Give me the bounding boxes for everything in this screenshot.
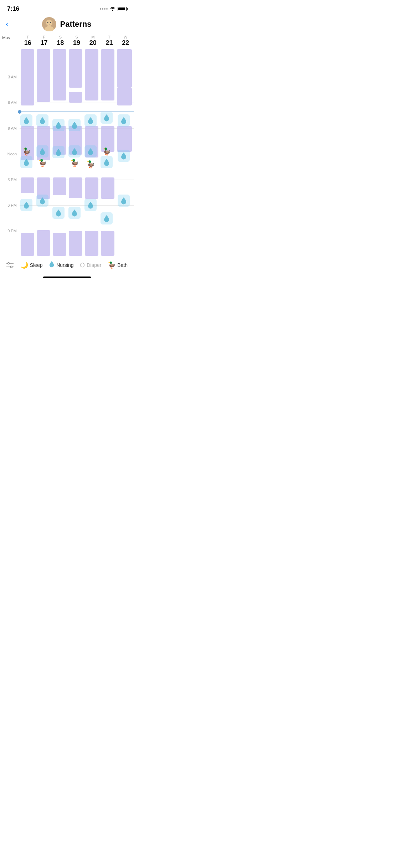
6am-label: 6 AM — [0, 100, 20, 105]
nursing-21-8am[interactable] — [101, 112, 113, 124]
status-bar: 7:16 — [0, 0, 134, 16]
sleep-bar-16-pm — [21, 177, 34, 193]
sleep-bar-19-night1b — [69, 92, 82, 103]
nursing-16-8am[interactable] — [20, 114, 32, 126]
battery-icon — [118, 7, 127, 11]
nursing-17-8am[interactable] — [36, 114, 48, 126]
day-col-16: T 16 — [20, 34, 36, 47]
bath-20-noon[interactable]: 🦆 — [84, 158, 97, 170]
sleep-bar-19-night1 — [69, 49, 82, 88]
bath-21-noon[interactable]: 🦆 — [101, 145, 113, 157]
svg-point-3 — [47, 22, 48, 23]
sleep-bar-16-night2 — [21, 233, 34, 256]
3am-label: 3 AM — [0, 75, 20, 79]
nursing-16-12pm[interactable] — [20, 156, 32, 168]
legend-bath: 🦆 Bath — [108, 261, 128, 269]
signal-icon — [100, 8, 108, 10]
svg-point-6 — [7, 262, 9, 264]
nursing-19-8am[interactable] — [68, 119, 81, 131]
settings-icon — [6, 262, 14, 268]
nursing-20-8am[interactable] — [84, 114, 97, 126]
svg-point-4 — [50, 22, 51, 23]
nursing-18-6pm[interactable] — [52, 207, 65, 219]
nursing-21-12pm[interactable] — [101, 156, 113, 168]
bath-16-noon[interactable]: 🦆 — [20, 145, 32, 157]
6am-row: 6 AM — [0, 100, 134, 105]
current-time-indicator — [20, 112, 134, 112]
nursing-18-8am[interactable] — [52, 119, 65, 131]
date-header: May T 16 F 17 S 18 S 19 M 20 T 21 W 22 — [0, 34, 134, 49]
sleep-bar-22-day — [117, 126, 132, 152]
legend-bar: 🌙 Sleep Nursing ⬡ Diaper 🦆 Bath — [0, 256, 134, 274]
nursing-18-noon[interactable] — [52, 146, 65, 158]
day-col-21: T 21 — [101, 34, 118, 47]
nursing-legend-icon — [49, 260, 55, 269]
sleep-bar-16-night — [21, 49, 34, 105]
6pm-label: 6 PM — [0, 203, 20, 207]
svg-point-8 — [10, 266, 12, 268]
day-col-17: F 17 — [36, 34, 52, 47]
page-title: Patterns — [60, 20, 91, 29]
nursing-20-6pm[interactable] — [84, 199, 97, 211]
sleep-bar-19-night2 — [69, 231, 82, 256]
sleep-bar-20-night2 — [85, 231, 98, 256]
legend-diaper: ⬡ Diaper — [80, 262, 101, 268]
nursing-19-noon[interactable] — [68, 145, 81, 157]
nursing-19-6pm[interactable] — [68, 207, 81, 219]
day-col-22: W 22 — [117, 34, 134, 47]
day-col-20: M 20 — [85, 34, 101, 47]
nursing-17-noon[interactable] — [36, 145, 48, 157]
svg-point-1 — [46, 20, 52, 26]
sleep-legend-icon: 🌙 — [20, 261, 28, 269]
9pm-label: 9 PM — [0, 229, 20, 233]
back-button[interactable]: ‹ — [6, 20, 8, 29]
bath-legend-label: Bath — [117, 262, 128, 268]
nursing-21-6pm[interactable] — [101, 212, 113, 224]
sleep-legend-label: Sleep — [30, 262, 43, 268]
header-content: Patterns — [42, 17, 91, 31]
day-col-18: S 18 — [52, 34, 68, 47]
timeline-grid: 3 AM 6 AM 9 AM Noon 3 PM 6 PM 9 PM — [0, 49, 134, 256]
nursing-20-noon[interactable] — [84, 145, 97, 157]
sleep-bar-19-pm — [69, 177, 82, 198]
bath-legend-icon: 🦆 — [108, 261, 115, 269]
diaper-legend-label: Diaper — [87, 262, 101, 268]
diaper-legend-icon: ⬡ — [80, 262, 85, 268]
sleep-bar-18-night — [53, 49, 66, 100]
nursing-legend-label: Nursing — [56, 262, 73, 268]
bath-19-noon[interactable]: 🦆 — [68, 157, 81, 169]
3pm-label: 3 PM — [0, 177, 20, 182]
legend-settings[interactable] — [6, 262, 14, 268]
wifi-icon — [110, 6, 115, 12]
nursing-16-6pm[interactable] — [20, 199, 32, 211]
sleep-bar-18-pm — [53, 177, 66, 195]
nursing-22-6pm[interactable] — [118, 195, 130, 207]
home-indicator — [43, 277, 91, 278]
sleep-bar-17-night2 — [37, 230, 50, 256]
day-col-19: S 19 — [68, 34, 85, 47]
nursing-17-6pm[interactable] — [36, 195, 48, 207]
sleep-bar-18-night2 — [53, 233, 66, 256]
legend-sleep: 🌙 Sleep — [20, 261, 43, 269]
sleep-bar-21-night — [101, 49, 114, 100]
sleep-bar-21-night2 — [101, 231, 114, 256]
sleep-bar-20-pm — [85, 177, 98, 199]
9am-label: 9 AM — [0, 126, 20, 130]
noon-label: Noon — [0, 152, 20, 156]
bath-17-noon[interactable]: 🦆 — [36, 157, 48, 169]
status-icons — [100, 6, 127, 12]
legend-nursing: Nursing — [49, 260, 73, 269]
sleep-bar-17-night — [37, 49, 50, 102]
status-time: 7:16 — [7, 5, 19, 12]
month-label: May — [0, 34, 20, 47]
sleep-bar-21-pm — [101, 177, 114, 199]
avatar — [42, 17, 56, 31]
nursing-22-noon[interactable] — [118, 150, 130, 162]
page-header: ‹ Patterns — [0, 16, 134, 34]
sleep-bar-22-night — [117, 49, 132, 88]
nursing-22-8am[interactable] — [118, 114, 130, 126]
sleep-bar-20-night — [85, 49, 98, 100]
sleep-bar-22-night2 — [117, 88, 132, 105]
